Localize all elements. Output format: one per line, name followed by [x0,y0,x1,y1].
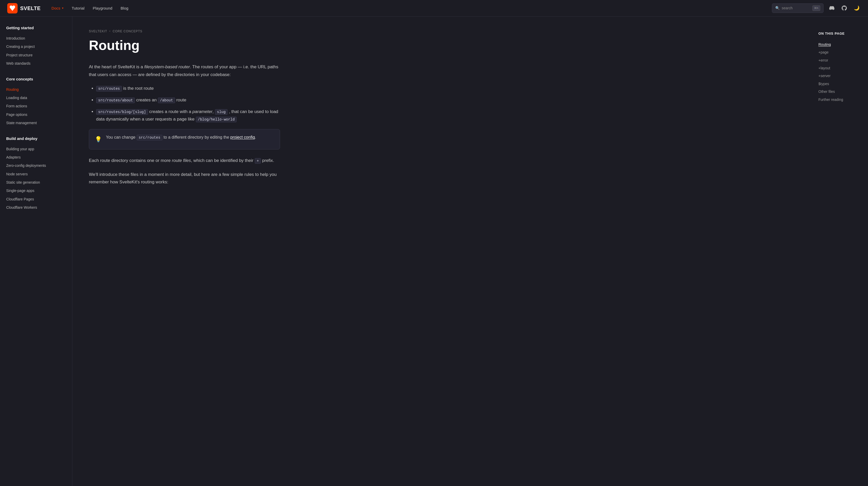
sidebar-item-routing[interactable]: Routing [6,85,66,94]
page-title: Routing [89,38,789,53]
sidebar-item-creating-project[interactable]: Creating a project [6,42,66,51]
breadcrumb-part-2: CORE CONCEPTS [113,29,142,34]
tip-text: You can change src/routes to a different… [106,134,256,141]
discord-icon[interactable] [828,4,836,12]
search-shortcut: ⌘K [812,5,820,11]
code-src-routes: src/routes [96,86,122,91]
breadcrumb-part-1: SVELTEKIT [89,29,107,34]
code-about: /about [158,97,175,103]
search-bar[interactable]: 🔍 search ⌘K [772,3,824,13]
toc-item-page[interactable]: +page [818,48,861,56]
sidebar-section-title-getting-started: Getting started [6,25,66,31]
code-plus-prefix: + [255,158,261,164]
sidebar-section-title-core-concepts: Core concepts [6,76,66,82]
sidebar-item-cloudflare-workers[interactable]: Cloudflare Workers [6,203,66,211]
bullet-item-2: src/routes/about creates an /about route [96,96,280,104]
sidebar-item-loading-data[interactable]: Loading data [6,94,66,102]
sidebar-section-getting-started: Getting started Introduction Creating a … [6,25,66,68]
para-intro-rules: We'll introduce these files in a moment … [89,171,280,186]
sidebar-item-zero-config[interactable]: Zero-config deployments [6,162,66,170]
project-config-link[interactable]: project config [230,135,255,139]
logo-text: SVELTE [20,4,40,12]
sidebar-item-building-app[interactable]: Building your app [6,145,66,153]
search-icon: 🔍 [775,5,780,11]
sidebar-item-introduction[interactable]: Introduction [6,34,66,42]
code-src-routes-blog-slug: src/routes/blog/[slug] [96,109,148,115]
para-route-files: Each route directory contains one or mor… [89,157,280,165]
sidebar-item-node-servers[interactable]: Node servers [6,170,66,178]
logo-icon [7,3,18,13]
github-icon[interactable] [840,4,848,12]
breadcrumb: SVELTEKIT • CORE CONCEPTS [89,29,789,34]
intro-paragraph: At the heart of SvelteKit is a filesyste… [89,63,280,79]
sidebar: Getting started Introduction Creating a … [0,17,72,486]
topnav-right: 🔍 search ⌘K 🌙 [772,3,861,13]
toc: On this page Routing +page +error +layou… [811,25,868,110]
toc-item-layout[interactable]: +layout [818,64,861,72]
sidebar-item-project-structure[interactable]: Project structure [6,51,66,59]
toc-item-types[interactable]: $types [818,80,861,88]
theme-toggle-icon[interactable]: 🌙 [852,4,861,12]
nav-docs[interactable]: Docs ▾ [48,3,67,13]
chevron-down-icon: ▾ [62,6,64,10]
tip-lightbulb-icon: 💡 [95,135,102,145]
bullet-list: src/routes is the root route src/routes/… [89,85,280,123]
sidebar-item-adapters[interactable]: Adapters [6,153,66,162]
sidebar-item-static-site[interactable]: Static site generation [6,178,66,187]
nav-playground[interactable]: Playground [89,3,116,13]
nav-blog[interactable]: Blog [117,3,132,13]
sidebar-item-cloudflare-pages[interactable]: Cloudflare Pages [6,195,66,203]
toc-item-error[interactable]: +error [818,56,861,64]
prose-content: At the heart of SvelteKit is a filesyste… [89,63,280,186]
toc-title: On this page [818,31,861,36]
code-src-routes-about: src/routes/about [96,97,135,103]
sidebar-section-core-concepts: Core concepts Routing Loading data Form … [6,76,66,127]
toc-item-other-files[interactable]: Other files [818,88,861,95]
sidebar-item-form-actions[interactable]: Form actions [6,102,66,110]
code-slug: slug [215,109,228,115]
toc-item-server[interactable]: +server [818,72,861,80]
main-content: SVELTEKIT • CORE CONCEPTS Routing At the… [72,17,806,486]
nav-tutorial[interactable]: Tutorial [68,3,88,13]
sidebar-section-title-build-deploy: Build and deploy [6,136,66,142]
sidebar-item-web-standards[interactable]: Web standards [6,59,66,67]
sidebar-item-state-management[interactable]: State management [6,119,66,127]
logo[interactable]: SVELTE [7,3,40,13]
bullet-item-3: src/routes/blog/[slug] creates a route w… [96,108,280,123]
search-placeholder: search [782,5,810,11]
sidebar-section-build-deploy: Build and deploy Building your app Adapt… [6,136,66,212]
code-blog-hello-world: /blog/hello-world [196,117,237,122]
toc-item-routing[interactable]: Routing [818,40,861,48]
bullet-item-1: src/routes is the root route [96,85,280,92]
layout: Getting started Introduction Creating a … [0,17,868,486]
code-src-routes-tip: src/routes [137,135,162,140]
tip-box: 💡 You can change src/routes to a differe… [89,129,280,149]
toc-item-further-reading[interactable]: Further reading [818,96,861,104]
topnav-links: Docs ▾ Tutorial Playground Blog [48,3,772,13]
sidebar-item-page-options[interactable]: Page options [6,110,66,119]
sidebar-item-spa[interactable]: Single-page apps [6,187,66,195]
topnav: SVELTE Docs ▾ Tutorial Playground Blog 🔍… [0,0,868,17]
breadcrumb-separator: • [109,29,111,34]
